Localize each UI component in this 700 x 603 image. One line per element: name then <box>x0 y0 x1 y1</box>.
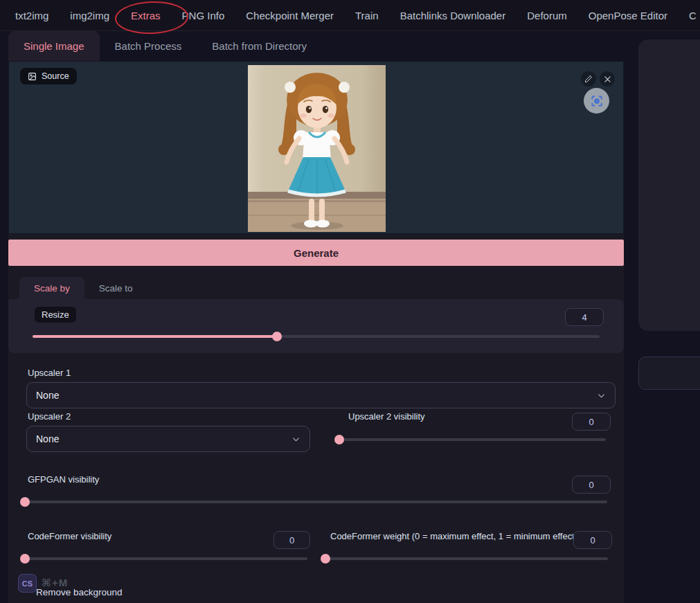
edit-image-button[interactable] <box>581 71 596 87</box>
upscaler2-visibility-label: Upscaler 2 visibility <box>348 411 425 422</box>
subtab-batch-process[interactable]: Batch Process <box>100 31 197 61</box>
image-icon <box>28 72 37 81</box>
upscaler1-label: Upscaler 1 <box>28 368 71 378</box>
cleanshot-badge: CS <box>18 574 37 593</box>
upscaler2-value: None <box>36 433 59 444</box>
subtab-single-image[interactable]: Single Image <box>8 31 100 61</box>
slider-track <box>325 557 608 560</box>
main-content: Source <box>8 61 624 603</box>
tab-train[interactable]: Train <box>355 10 379 21</box>
tab-scale-to[interactable]: Scale to <box>84 277 147 299</box>
close-icon <box>604 75 611 83</box>
tab-checkpoint-merger[interactable]: Checkpoint Merger <box>246 10 334 21</box>
resize-value-input[interactable]: 4 <box>565 308 604 326</box>
upscaler2-visibility-slider[interactable] <box>339 435 606 444</box>
tab-openpose-editor[interactable]: OpenPose Editor <box>589 10 667 21</box>
gfpgan-visibility-label: GFPGAN visibility <box>28 474 99 485</box>
slider-track <box>24 501 607 503</box>
upscaler1-value: None <box>36 390 59 401</box>
gfpgan-visibility-slider[interactable] <box>24 497 607 507</box>
slider-thumb[interactable] <box>334 435 344 444</box>
scale-tab-bar: Scale by Scale to <box>19 277 147 299</box>
extras-subtab-bar: Single Image Batch Process Batch from Di… <box>8 31 322 61</box>
source-image-dropzone[interactable]: Source <box>8 61 624 234</box>
gfpgan-visibility-input[interactable]: 0 <box>572 476 611 494</box>
tab-png-info[interactable]: PNG Info <box>182 10 225 21</box>
generate-button[interactable]: Generate <box>8 240 624 266</box>
tab-img2img[interactable]: img2img <box>70 10 109 21</box>
tab-batchlinks-downloader[interactable]: Batchlinks Downloader <box>400 10 506 21</box>
resize-slider[interactable] <box>33 332 600 341</box>
slider-fill <box>33 335 276 338</box>
codeformer-visibility-input[interactable]: 0 <box>273 531 310 549</box>
codeformer-visibility-label: CodeFormer visibility <box>28 531 111 541</box>
slider-track <box>24 557 307 560</box>
top-tab-bar: txt2img img2img Extras PNG Info Checkpoi… <box>0 0 700 31</box>
remove-background-accordion[interactable]: Remove background <box>36 587 123 597</box>
subtab-batch-from-directory[interactable]: Batch from Directory <box>197 31 322 61</box>
chevron-down-icon <box>291 435 300 444</box>
clear-image-button[interactable] <box>600 71 615 87</box>
results-panel <box>638 39 700 331</box>
codeformer-weight-slider[interactable] <box>325 554 608 564</box>
slider-thumb[interactable] <box>20 554 30 564</box>
slider-thumb[interactable] <box>20 497 30 507</box>
upscaler2-dropdown[interactable]: None <box>26 426 310 452</box>
source-badge: Source <box>20 68 77 84</box>
webcam-icon <box>590 94 604 108</box>
pencil-icon <box>584 75 593 83</box>
codeformer-visibility-slider[interactable] <box>24 554 307 564</box>
results-output-box <box>638 357 700 390</box>
tab-scale-by[interactable]: Scale by <box>19 277 84 299</box>
codeformer-weight-input[interactable]: 0 <box>573 531 612 549</box>
tab-txt2img[interactable]: txt2img <box>15 10 48 21</box>
upscaler2-label: Upscaler 2 <box>28 411 71 422</box>
source-image <box>248 65 386 232</box>
upscaler2-visibility-input[interactable]: 0 <box>572 413 611 431</box>
tab-deforum[interactable]: Deforum <box>527 10 567 21</box>
tab-extras[interactable]: Extras <box>131 10 161 21</box>
webcam-capture-button[interactable] <box>584 88 609 114</box>
resize-label: Resize <box>35 307 76 323</box>
chevron-down-icon <box>597 391 606 400</box>
tab-truncated[interactable]: C <box>689 10 697 21</box>
codeformer-weight-label: CodeFormer weight (0 = maximum effect, 1… <box>330 531 573 541</box>
source-badge-label: Source <box>42 71 69 81</box>
scale-by-panel: Resize 4 <box>8 299 624 353</box>
upscaler1-dropdown[interactable]: None <box>26 382 616 408</box>
slider-thumb[interactable] <box>321 554 330 564</box>
slider-track <box>339 438 606 441</box>
slider-thumb[interactable] <box>272 332 282 341</box>
